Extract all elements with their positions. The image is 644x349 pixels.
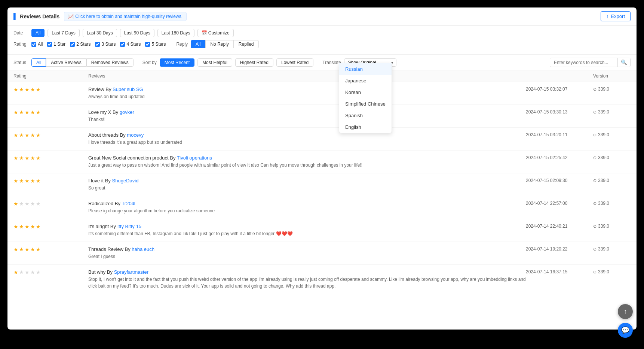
date-filter-90days[interactable]: Last 90 Days — [120, 29, 154, 37]
rating-3stars-checkbox[interactable]: 3 Stars — [95, 42, 116, 47]
star-rating: ★★★★★ — [13, 109, 88, 115]
dropdown-item-spanish[interactable]: Spanish — [339, 110, 392, 121]
search-button[interactable]: 🔍 — [617, 58, 630, 67]
header-reviews: Reviews — [88, 73, 526, 79]
review-version: ⊙ 339.0 — [593, 269, 631, 274]
rating-5stars-checkbox[interactable]: 5 Stars — [145, 42, 166, 47]
date-filter-all[interactable]: All — [31, 29, 45, 37]
status-removed[interactable]: Removed Reviews — [86, 58, 134, 67]
table-row: ★★★★★ Great New Social connection produc… — [7, 151, 637, 173]
chat-fab[interactable]: 💬 — [618, 323, 633, 337]
sort-highest-rated[interactable]: Highest Rated — [235, 58, 273, 67]
rating-4stars-checkbox[interactable]: 4 Stars — [120, 42, 141, 47]
review-date: 2024-07-14 16:37:15 — [526, 269, 593, 274]
review-date: 2024-07-15 02:25:42 — [526, 155, 593, 160]
status-all[interactable]: All — [31, 58, 46, 67]
header-rating: Rating — [13, 73, 88, 79]
review-version: ⊙ 339.0 — [593, 132, 631, 137]
star-rating: ★★★★★ — [13, 87, 88, 92]
review-version: ⊙ 339.0 — [593, 178, 631, 183]
review-date: 2024-07-14 22:40:21 — [526, 224, 593, 229]
review-version: ⊙ 339.0 — [593, 246, 631, 252]
star-rating: ★★★★★ — [13, 246, 88, 252]
date-label: Date — [13, 30, 28, 36]
star-rating: ★★★★★ — [13, 155, 88, 161]
review-date: 2024-07-15 03:32:07 — [526, 87, 593, 92]
author-link[interactable]: haha euch — [132, 246, 154, 252]
reply-filter-all[interactable]: All — [191, 40, 205, 48]
export-icon: ↑ — [606, 13, 609, 19]
review-content: I love it By ShugeDavid So great — [88, 178, 526, 191]
review-content: About threads By mocevy I love threads i… — [88, 132, 526, 146]
table-row: ★★★★★ I love it By ShugeDavid So great 2… — [7, 173, 637, 196]
review-content: It's alright By Itty Bitty 15 It's somet… — [88, 224, 526, 237]
review-version: ⊙ 339.0 — [593, 224, 631, 229]
author-link[interactable]: Sprayfartmaster — [114, 269, 148, 275]
author-link[interactable]: ShugeDavid — [112, 178, 139, 183]
review-date: 2024-07-15 03:30:13 — [526, 109, 593, 115]
reply-label: Reply — [176, 42, 188, 47]
review-content: Threads Review By haha euch Great I gues… — [88, 246, 526, 260]
reply-filter-no-reply[interactable]: No Reply — [205, 40, 233, 48]
dropdown-item-english[interactable]: English — [339, 121, 392, 133]
author-link[interactable]: Tr204l — [122, 201, 135, 206]
dropdown-item-korean[interactable]: Korean — [339, 87, 392, 98]
sort-by-label: Sort by — [142, 60, 157, 65]
author-link[interactable]: Super sub SG — [113, 87, 143, 92]
author-link[interactable]: Tivoli operations — [177, 155, 212, 161]
author-link[interactable]: Itty Bitty 15 — [117, 224, 141, 229]
rating-1star-checkbox[interactable]: 1 Star — [47, 42, 65, 47]
dropdown-item-russian[interactable]: Russian — [339, 63, 392, 75]
review-date: 2024-07-15 03:20:11 — [526, 132, 593, 137]
date-filter-customize[interactable]: 📅 Customize — [197, 29, 234, 37]
export-button[interactable]: ↑ Export — [601, 11, 631, 21]
status-active[interactable]: Active Reviews — [46, 58, 86, 67]
rating-label: Rating — [13, 42, 28, 47]
review-version: ⊙ 339.0 — [593, 201, 631, 206]
table-row: ★★★★★ Radicalized By Tr204l Please ig ch… — [7, 196, 637, 219]
date-filter-7days[interactable]: Last 7 Days — [47, 29, 79, 37]
review-date: 2024-07-14 19:20:22 — [526, 246, 593, 252]
date-filter-30days[interactable]: Last 30 Days — [83, 29, 117, 37]
search-input[interactable] — [550, 58, 617, 67]
table-row: ★★★★★ Love my X By govker Thanks!! 2024-… — [7, 105, 637, 128]
author-link[interactable]: govker — [120, 109, 134, 115]
table-header: Rating Reviews Version — [7, 70, 637, 82]
review-content: Review By Super sub SG Always on time an… — [88, 87, 526, 100]
star-rating: ★★★★★ — [13, 269, 88, 275]
rating-all-checkbox[interactable]: All — [31, 42, 43, 47]
sort-most-helpful[interactable]: Most Helpful — [197, 58, 232, 67]
review-date: 2024-07-14 22:57:00 — [526, 201, 593, 206]
author-link[interactable]: mocevy — [127, 132, 144, 138]
reply-filter-replied[interactable]: Replied — [234, 40, 259, 48]
translate-label: Translate — [322, 60, 341, 65]
review-version: ⊙ 339.0 — [593, 109, 631, 115]
review-content: Love my X By govker Thanks!! — [88, 109, 526, 123]
reviews-table: ★★★★★ Review By Super sub SG Always on t… — [7, 82, 637, 294]
date-filter-180days[interactable]: Last 180 Days — [157, 29, 194, 37]
table-row: ★★★★★ But why By Sprayfartmaster Stop it… — [7, 265, 637, 294]
sort-lowest-rated[interactable]: Lowest Rated — [276, 58, 313, 67]
star-rating: ★★★★★ — [13, 178, 88, 184]
table-row: ★★★★★ About threads By mocevy I love thr… — [7, 128, 637, 151]
chart-icon: 📈 — [68, 14, 74, 19]
review-version: ⊙ 339.0 — [593, 87, 631, 92]
review-content: But why By Sprayfartmaster Stop it, I wo… — [88, 269, 526, 289]
header-version: Version — [593, 73, 631, 79]
review-content: Radicalized By Tr204l Please ig change y… — [88, 201, 526, 214]
upload-fab[interactable]: ↑ — [618, 304, 633, 319]
dropdown-item-japanese[interactable]: Japanese — [339, 75, 392, 87]
star-rating: ★★★★★ — [13, 224, 88, 230]
sort-most-recent[interactable]: Most Recent — [160, 58, 194, 67]
status-label: Status — [13, 60, 28, 65]
rating-2stars-checkbox[interactable]: 2 Stars — [70, 42, 91, 47]
quality-reviews-link[interactable]: 📈 Click here to obtain and maintain high… — [64, 12, 187, 21]
star-rating: ★★★★★ — [13, 201, 88, 207]
review-date: 2024-07-15 02:09:30 — [526, 178, 593, 183]
table-row: ★★★★★ Threads Review By haha euch Great … — [7, 242, 637, 265]
star-rating: ★★★★★ — [13, 132, 88, 138]
header-date — [526, 73, 593, 79]
dropdown-item-simplified-chinese[interactable]: Simplified Chinese — [339, 98, 392, 110]
translate-dropdown: Russian Japanese Korean Simplified Chine… — [339, 63, 392, 133]
page-title: Reviews Details — [13, 13, 59, 20]
